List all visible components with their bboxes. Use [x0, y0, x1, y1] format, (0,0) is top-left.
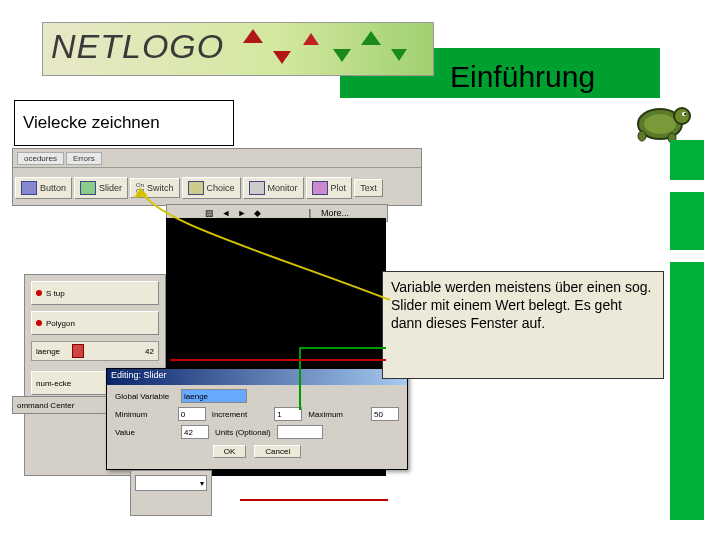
- tab-errors[interactable]: Errors: [66, 152, 102, 165]
- units-label: Units (Optional): [215, 428, 271, 437]
- tool-text[interactable]: Text: [354, 179, 383, 197]
- pin-icon: [36, 320, 42, 326]
- more-button[interactable]: More...: [321, 208, 349, 218]
- tool-choice[interactable]: Choice: [182, 177, 241, 199]
- ok-button[interactable]: OK: [213, 445, 247, 458]
- slider-value: 42: [145, 347, 154, 356]
- plot-icon: [312, 181, 328, 195]
- shape-icon[interactable]: ▧: [205, 208, 215, 218]
- inc-input[interactable]: [274, 407, 302, 421]
- tab-procedures[interactable]: ocedures: [17, 152, 64, 165]
- dialog-title: Editing: Slider: [107, 369, 407, 385]
- netlogo-logo: NETLOGO: [42, 22, 434, 76]
- dropdown[interactable]: ▾: [135, 475, 207, 491]
- sep-icon: |: [305, 208, 315, 218]
- callout-text: Variable werden meistens über einen sog.…: [382, 271, 664, 379]
- slider-laenge[interactable]: laenge 42: [31, 341, 159, 361]
- left-icon[interactable]: ◄: [221, 208, 231, 218]
- cancel-button[interactable]: Cancel: [254, 445, 301, 458]
- headline: Einführung: [450, 60, 595, 94]
- button-setup[interactable]: S tup: [31, 281, 159, 305]
- slider-label: laenge: [36, 347, 60, 356]
- switch-icon: On Off: [136, 182, 144, 194]
- right-icon[interactable]: ►: [237, 208, 247, 218]
- button-polygon[interactable]: Polygon: [31, 311, 159, 335]
- svg-point-5: [638, 131, 646, 141]
- button-icon: [21, 181, 37, 195]
- min-label: Minimum: [115, 410, 172, 419]
- slider-knob[interactable]: [72, 344, 84, 358]
- svg-point-1: [644, 114, 676, 134]
- max-input[interactable]: [371, 407, 399, 421]
- subtitle-box: Vielecke zeichnen: [14, 100, 234, 146]
- svg-point-4: [684, 113, 686, 115]
- command-center-label: ommand Center: [12, 396, 118, 414]
- bottom-strip: ▾: [130, 470, 212, 516]
- right-accent-bar: [670, 140, 704, 520]
- diamond-icon[interactable]: ◆: [253, 208, 263, 218]
- units-input[interactable]: [277, 425, 323, 439]
- inc-label: Increment: [212, 410, 269, 419]
- tool-slider[interactable]: Slider: [74, 177, 128, 199]
- global-var-label: Global Variable: [115, 392, 175, 401]
- val-input[interactable]: [181, 425, 209, 439]
- tool-switch[interactable]: On OffSwitch: [130, 178, 180, 198]
- svg-point-2: [674, 108, 690, 124]
- interface-toolbar: ocedures Errors Button Slider On OffSwit…: [12, 148, 422, 206]
- tool-plot[interactable]: Plot: [306, 177, 353, 199]
- tool-button[interactable]: Button: [15, 177, 72, 199]
- min-input[interactable]: [178, 407, 206, 421]
- slider-icon: [80, 181, 96, 195]
- slider-dialog: Editing: Slider Global Variable Minimum …: [106, 368, 408, 470]
- choice-icon: [188, 181, 204, 195]
- global-var-input[interactable]: [181, 389, 247, 403]
- monitor-icon: [249, 181, 265, 195]
- val-label: Value: [115, 428, 175, 437]
- logo-text: NETLOGO: [51, 27, 224, 66]
- turtle-icon: [628, 94, 692, 146]
- pin-icon: [36, 290, 42, 296]
- max-label: Maximum: [308, 410, 365, 419]
- tool-monitor[interactable]: Monitor: [243, 177, 304, 199]
